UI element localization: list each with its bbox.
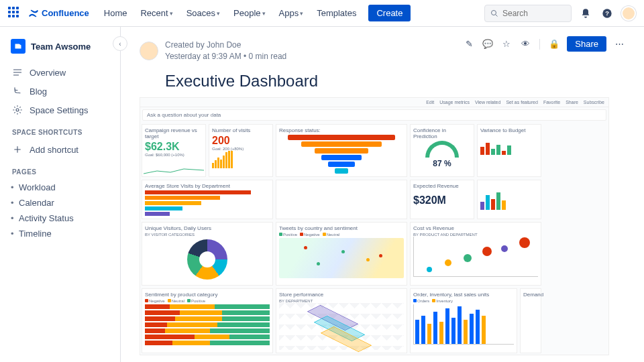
star-icon[interactable]: ☆ bbox=[500, 38, 513, 50]
product-logo[interactable]: Confluence bbox=[28, 8, 89, 19]
gear-icon bbox=[12, 105, 23, 115]
watch-icon[interactable]: 👁 bbox=[519, 38, 531, 50]
tile-order-inventory: Order, inventory, last sales units Order… bbox=[410, 288, 517, 353]
dashboard-image: EditUsage metricsView relatedSet as feat… bbox=[140, 97, 609, 355]
tile-response-spacer bbox=[276, 180, 407, 219]
nav-apps[interactable]: Apps▾ bbox=[274, 4, 309, 22]
confluence-icon bbox=[28, 8, 39, 19]
nav-spaces[interactable]: Soaces▾ bbox=[181, 4, 225, 22]
svg-point-0 bbox=[492, 10, 496, 15]
space-name: Team Awsome bbox=[31, 42, 91, 52]
tile-variance: Variance to Budget bbox=[477, 124, 541, 177]
top-bar: Confluence Home Recent▾ Soaces▾ People▾ … bbox=[0, 0, 644, 27]
tile-response: Response status: bbox=[276, 124, 407, 177]
tile-sentiment: Sentiment by product category NegativeNe… bbox=[142, 288, 273, 353]
tile-demand: Demand bbox=[520, 288, 541, 353]
sidebar-item-overview[interactable]: Overview bbox=[7, 63, 113, 82]
svg-text:?: ? bbox=[605, 10, 609, 17]
more-actions-icon[interactable]: ⋯ bbox=[613, 38, 625, 50]
shortcuts-heading: SPACE SHORTCUTS bbox=[12, 129, 108, 136]
tile-cost-revenue: Cost vs Revenue BY PRODUCT AND DEPARTMEN… bbox=[410, 222, 541, 286]
svg-line-1 bbox=[496, 14, 498, 16]
tile-expected: Expected Revenue $320M bbox=[410, 180, 474, 219]
sidebar: ‹ Team Awsome Overview Blog Space Settin… bbox=[0, 27, 121, 362]
page-content: ✎ 💬 ☆ 👁 🔒 Share ⋯ Created by John Doe Ye… bbox=[121, 27, 644, 362]
page-tree-item[interactable]: Workload bbox=[7, 180, 113, 195]
search-input[interactable] bbox=[502, 9, 563, 18]
tile-confidence: Confidence in Prediction 87 % bbox=[410, 124, 474, 177]
nav-people[interactable]: People▾ bbox=[228, 4, 270, 22]
page-tree-item[interactable]: Activity Status bbox=[7, 210, 113, 226]
tile-variance-mini bbox=[477, 180, 541, 219]
user-avatar[interactable] bbox=[621, 6, 636, 21]
created-when: Yesterday at 9:39 AM bbox=[165, 52, 241, 61]
search-icon bbox=[490, 9, 498, 17]
page-tree-item[interactable]: Timeline bbox=[7, 226, 113, 241]
share-button[interactable]: Share bbox=[567, 36, 606, 52]
ask-question-box: Ask a question about your data bbox=[142, 109, 606, 121]
space-header[interactable]: Team Awsome bbox=[7, 36, 113, 56]
chevron-down-icon: ▾ bbox=[217, 10, 220, 17]
nav-recent[interactable]: Recent▾ bbox=[135, 4, 178, 22]
create-button[interactable]: Create bbox=[368, 5, 411, 21]
product-name: Confluence bbox=[42, 8, 89, 18]
restrictions-icon[interactable]: 🔒 bbox=[548, 38, 560, 50]
edit-icon[interactable]: ✎ bbox=[463, 38, 475, 50]
sidebar-item-blog[interactable]: Blog bbox=[7, 82, 113, 101]
tile-visits: Number of visits 200 Goal: 200 (+80%) bbox=[209, 124, 273, 177]
page-tree-item[interactable]: Calendar bbox=[7, 195, 113, 210]
created-by: Created by John Doe bbox=[165, 40, 286, 51]
collapse-sidebar-button[interactable]: ‹ bbox=[113, 36, 127, 51]
read-time: 0 min read bbox=[249, 52, 287, 61]
app-switcher-icon[interactable] bbox=[8, 7, 21, 20]
chevron-down-icon: ▾ bbox=[300, 10, 303, 17]
help-icon[interactable]: ? bbox=[600, 6, 614, 21]
comment-icon[interactable]: 💬 bbox=[482, 38, 494, 50]
search-box[interactable] bbox=[484, 5, 572, 22]
add-shortcut-button[interactable]: Add shortcut bbox=[7, 140, 113, 159]
chevron-down-icon: ▾ bbox=[262, 10, 266, 17]
plus-icon bbox=[12, 144, 23, 155]
tile-unique-visitors: Unique Visitors, Daily Users BY VISITOR … bbox=[142, 222, 273, 286]
tile-revenue: Campaign revenue vs target $62.3K Goal: … bbox=[142, 124, 206, 177]
tile-store-perf: Store performance BY DEPARTMENT bbox=[276, 288, 407, 353]
dashboard-toolbar: EditUsage metricsView relatedSet as feat… bbox=[140, 98, 608, 107]
sidebar-item-settings[interactable]: Space Settings bbox=[7, 101, 113, 119]
author-avatar[interactable] bbox=[140, 42, 158, 60]
svg-point-4 bbox=[16, 109, 19, 111]
blog-icon bbox=[12, 86, 23, 97]
page-title: Executive Dashboard bbox=[165, 72, 625, 90]
pages-heading: PAGES bbox=[12, 168, 108, 176]
nav-home[interactable]: Home bbox=[99, 4, 133, 22]
chevron-down-icon: ▾ bbox=[170, 10, 173, 17]
tile-store-visits: Average Store Visits by Department bbox=[142, 180, 273, 219]
notifications-icon[interactable] bbox=[578, 6, 593, 21]
space-icon bbox=[11, 39, 25, 54]
overview-icon bbox=[12, 67, 23, 78]
tile-tweets: Tweets by country and sentiment Positive… bbox=[276, 222, 407, 286]
nav-templates[interactable]: Templates bbox=[311, 4, 362, 22]
